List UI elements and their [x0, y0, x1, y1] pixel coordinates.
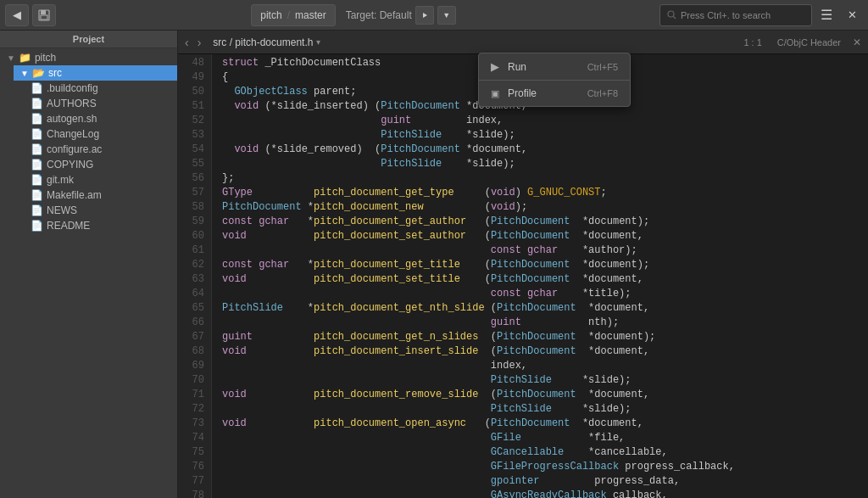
table-row: gpointer progress_data,	[222, 474, 858, 489]
code-editor[interactable]: 4849505152535455565758596061626364656667…	[178, 54, 868, 498]
file-icon: 📄	[31, 82, 43, 94]
sidebar-item-src[interactable]: ▼ 📂 src	[14, 65, 177, 81]
sidebar-item-label: .buildconfig	[47, 82, 98, 94]
branch-name: master	[295, 9, 326, 21]
run-config-btn[interactable]	[415, 6, 434, 25]
line-numbers: 4849505152535455565758596061626364656667…	[178, 54, 212, 498]
sidebar-item-label: src	[48, 67, 62, 79]
folder-icon: 📂	[32, 67, 45, 79]
save-button[interactable]	[32, 4, 56, 26]
table-row: guint index,	[222, 114, 858, 128]
code-content[interactable]: struct _PitchDocumentClass{ GObjectClass…	[212, 54, 868, 498]
sidebar-item-autogen[interactable]: 📄 autogen.sh	[24, 111, 177, 126]
profile-icon: ▣	[491, 88, 499, 99]
sidebar-item-authors[interactable]: 📄 AUTHORS	[24, 96, 177, 111]
editor-close-btn[interactable]: ✕	[849, 36, 865, 48]
table-row: PitchSlide *pitch_document_get_nth_slide…	[222, 301, 858, 316]
file-icon: 📄	[31, 159, 43, 171]
sidebar-item-news[interactable]: 📄 NEWS	[24, 203, 177, 218]
sidebar-item-label: Makefile.am	[47, 189, 102, 201]
run-icon: ▶	[491, 60, 499, 73]
file-path: src / pitch-document.h ▾	[206, 36, 327, 48]
table-row: void pitch_document_open_async (PitchDoc…	[222, 417, 858, 431]
sidebar-item-git[interactable]: 📄 git.mk	[24, 172, 177, 187]
table-row: PitchSlide *slide);	[222, 128, 858, 143]
table-row: PitchSlide *slide);	[222, 402, 858, 417]
sidebar-item-label: README	[47, 220, 90, 232]
sidebar: Project ▼ 📁 pitch ▼ 📂 src 📄 .buildconfig…	[0, 31, 178, 498]
svg-marker-3	[423, 13, 427, 18]
sidebar-item-label: AUTHORS	[47, 98, 97, 109]
cursor-position: 1 : 1	[737, 37, 768, 48]
table-row: GType pitch_document_get_type (void) G_G…	[222, 186, 858, 200]
target-info: Target: Default ▼	[346, 6, 456, 25]
sidebar-item-configure[interactable]: 📄 configure.ac	[24, 142, 177, 157]
profile-shortcut: Ctrl+F8	[587, 88, 618, 98]
main-layout: Project ▼ 📁 pitch ▼ 📂 src 📄 .buildconfig…	[0, 31, 868, 498]
sidebar-item-label: COPYING	[47, 159, 93, 171]
table-row: const gchar *pitch_document_get_author (…	[222, 215, 858, 229]
table-row: void pitch_document_insert_slide (PitchD…	[222, 344, 858, 359]
project-branch-info: pitch / master	[251, 4, 335, 26]
target-label: Target: Default	[346, 9, 412, 21]
table-row: PitchSlide *slide);	[222, 157, 858, 171]
table-row: };	[222, 171, 858, 186]
table-row: GCancellable *cancellable,	[222, 445, 858, 460]
editor-tabs: ‹ › src / pitch-document.h ▾ 1 : 1 C/Obj…	[178, 31, 868, 54]
profile-menu-item[interactable]: ▣ Profile Ctrl+F8	[479, 81, 630, 106]
table-row: guint pitch_document_get_n_slides (Pitch…	[222, 330, 858, 344]
path-dropdown-icon[interactable]: ▾	[316, 37, 320, 47]
sidebar-item-label: autogen.sh	[47, 113, 97, 125]
language-indicator: C/ObjC Header	[771, 37, 848, 48]
file-icon: 📄	[31, 189, 43, 201]
sidebar-item-readme[interactable]: 📄 README	[24, 218, 177, 233]
file-icon: 📄	[31, 98, 43, 109]
menu-button[interactable]: ☰	[815, 4, 837, 26]
table-row: const gchar *title);	[222, 287, 858, 301]
project-name: pitch	[260, 9, 281, 21]
table-row: GAsyncReadyCallback callback,	[222, 489, 858, 498]
toolbar: ◀ pitch / master Target: Default ▼ Press…	[0, 0, 868, 31]
run-dropdown-btn[interactable]: ▼	[437, 6, 456, 25]
editor-nav-back[interactable]: ‹	[181, 36, 192, 49]
file-icon: 📄	[31, 220, 43, 232]
file-path-text: src / pitch-document.h	[213, 36, 313, 48]
editor-nav-fwd[interactable]: ›	[194, 36, 205, 49]
file-icon: 📄	[31, 143, 43, 155]
folder-icon: 📁	[19, 52, 31, 64]
folder-open-icon: ▼	[20, 69, 29, 78]
sidebar-item-pitch[interactable]: ▼ 📁 pitch	[0, 50, 177, 65]
sidebar-item-makefile[interactable]: 📄 Makefile.am	[24, 187, 177, 203]
table-row: GFileProgressCallback progress_callback,	[222, 460, 858, 474]
svg-rect-2	[41, 15, 47, 20]
sidebar-item-changelog[interactable]: 📄 ChangeLog	[24, 126, 177, 142]
sidebar-header: Project	[0, 31, 177, 48]
run-menu-item[interactable]: ▶ Run Ctrl+F5	[479, 53, 630, 80]
back-button[interactable]: ◀	[5, 4, 29, 26]
file-tree: ▼ 📁 pitch ▼ 📂 src 📄 .buildconfig 📄 AUTHO…	[0, 48, 177, 498]
profile-label: Profile	[508, 87, 537, 99]
file-icon: 📄	[31, 113, 43, 125]
svg-rect-1	[41, 10, 46, 14]
sidebar-item-copying[interactable]: 📄 COPYING	[24, 157, 177, 172]
sidebar-item-label: NEWS	[47, 204, 77, 216]
table-row: void pitch_document_set_author (PitchDoc…	[222, 229, 858, 243]
file-icon: 📄	[31, 174, 43, 186]
search-box[interactable]: Press Ctrl+. to search	[659, 4, 812, 26]
sidebar-item-buildconfig[interactable]: 📄 .buildconfig	[24, 81, 177, 96]
sidebar-item-label: pitch	[35, 52, 56, 64]
run-shortcut: Ctrl+F5	[587, 62, 618, 72]
table-row: GFile *file,	[222, 431, 858, 445]
table-row: PitchSlide *slide);	[222, 373, 858, 388]
sidebar-item-label: ChangeLog	[47, 128, 99, 140]
table-row: index,	[222, 359, 858, 373]
branch-sep: /	[287, 9, 290, 21]
svg-line-5	[674, 17, 676, 20]
table-row: void pitch_document_remove_slide (PitchD…	[222, 388, 858, 402]
search-placeholder: Press Ctrl+. to search	[681, 10, 771, 20]
sidebar-item-label: git.mk	[47, 174, 74, 186]
close-window-button[interactable]: ✕	[841, 4, 863, 26]
run-label: Run	[508, 61, 526, 73]
table-row: const gchar *author);	[222, 243, 858, 258]
folder-collapse-icon: ▼	[7, 53, 15, 63]
